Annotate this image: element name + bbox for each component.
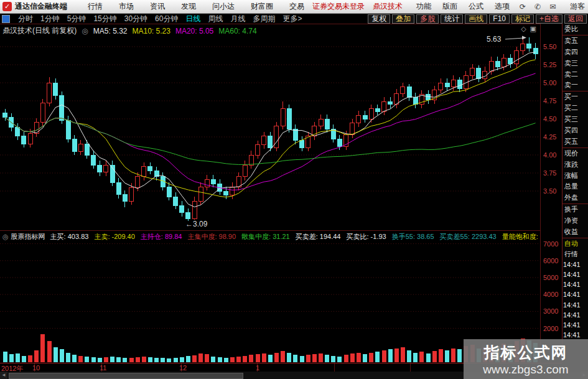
toolbar-buttons: 复权叠加多股统计画线F10标记+自选返回: [366, 14, 587, 24]
volume-gridlines: [0, 244, 540, 329]
price-chart-svg[interactable]: 5.63←3.09: [0, 24, 540, 230]
diamond-marker-icon[interactable]: ◇: [521, 25, 526, 33]
order-book-row: 卖二: [562, 69, 588, 80]
chart-title: 鼎汉技术(日线 前复权): [2, 26, 77, 36]
toolbar-button[interactable]: 返回: [564, 14, 587, 24]
order-book-row: 涨跌: [562, 159, 588, 171]
indicator-field: 散集中度: 31.21: [241, 233, 290, 240]
order-book-row: 外盘: [562, 192, 588, 204]
period-item[interactable]: 15分钟: [93, 14, 116, 24]
menu-item[interactable]: 交易: [281, 1, 312, 12]
phone-icon[interactable]: ✆: [534, 2, 541, 11]
scrollbar-thumb[interactable]: [9, 373, 243, 379]
app-title: 通达信金融终端: [15, 1, 67, 12]
period-item[interactable]: 更多>: [282, 14, 302, 24]
tick-time-row: 14:41: [562, 269, 588, 279]
date-label: 12: [179, 364, 187, 372]
order-book-row: 现价: [562, 147, 588, 159]
toolbar-button[interactable]: 统计: [441, 14, 463, 24]
price-tick-label: 4.50: [543, 115, 556, 123]
user-label[interactable]: 游客: [570, 1, 585, 12]
menu-item[interactable]: 发现: [173, 1, 204, 12]
toolbar-button[interactable]: 标记: [511, 14, 534, 24]
toolbar-button[interactable]: +自选: [536, 14, 562, 24]
watermark-url: www.zbgs3.com: [483, 363, 568, 377]
volume-pane[interactable]: [0, 243, 540, 363]
indicator-fields: 主买: 403.83主卖: -209.40主持仓: 89.84主集中度: 98.…: [50, 232, 540, 241]
right-panel-tab[interactable]: 行情: [562, 249, 588, 260]
toolbar-button[interactable]: F10: [489, 14, 510, 24]
period-item[interactable]: 日线: [185, 14, 200, 24]
tick-time-row: 14:41: [562, 260, 588, 269]
period-item[interactable]: 5分钟: [67, 14, 86, 24]
toolbar-button[interactable]: 叠加: [392, 14, 414, 24]
tick-time-row: 14:41: [562, 310, 588, 320]
price-tick-label: 5.00: [543, 79, 556, 87]
scroll-left-arrow-icon[interactable]: ◄: [0, 372, 7, 379]
price-tick-label: 4.25: [543, 133, 556, 141]
indicator-field: 主持仓: 89.84: [141, 233, 182, 240]
menu-item[interactable]: 市场: [111, 1, 142, 12]
menu-item[interactable]: 行情: [80, 1, 111, 12]
ma-line-20: [5, 73, 536, 190]
menu-item[interactable]: 问小达: [204, 1, 243, 12]
price-tick-label: 3.75: [543, 169, 556, 177]
login-status-alert[interactable]: 证券交易未登录: [312, 1, 365, 12]
indicator-field: 买卖差: 194.44: [296, 233, 341, 240]
menu-item[interactable]: 财富圈: [243, 1, 281, 12]
chart-style-icon[interactable]: ▣: [530, 25, 536, 33]
period-item[interactable]: 分时: [18, 14, 33, 24]
price-tick-label: 4.75: [543, 97, 556, 105]
app-logo-icon: ✓: [2, 2, 12, 11]
menu-item[interactable]: 选项: [489, 1, 515, 12]
date-tick: [410, 363, 411, 372]
period-item[interactable]: 月线: [230, 14, 245, 24]
order-book-row: 买五: [562, 136, 588, 147]
main-chart-pane[interactable]: 5.63←3.09 鼎汉技术(日线 前复权) ◎ MA5: 5.32MA10: …: [0, 24, 540, 230]
price-tick-label: 5.25: [543, 61, 556, 68]
order-book-rows: 委比卖五卖四卖三卖二卖一买一买二买三买四买五现价涨跌涨幅总量外盘换手净资收益: [562, 24, 588, 238]
right-panel-tab[interactable]: 自动: [562, 238, 588, 249]
ma-label: MA60: 4.74: [218, 27, 256, 35]
volume-tick-label: 3000: [543, 307, 558, 315]
price-gridlines: [0, 47, 540, 191]
menu-item[interactable]: 功能: [411, 1, 437, 12]
period-items: 分时1分钟5分钟15分钟30分钟60分钟日线周线月线多周期更多>: [14, 14, 306, 24]
price-annotations: 5.63←3.09: [185, 35, 526, 228]
toolbar-button[interactable]: 复权: [368, 14, 390, 24]
ma-line-10: [5, 60, 536, 197]
indicator-field: 买卖比: -1.93: [346, 233, 386, 240]
refresh-icon[interactable]: ⟳: [520, 2, 526, 11]
order-book-row: 买一: [562, 91, 588, 103]
volume-tick-label: 5000: [543, 274, 558, 281]
date-tick: [334, 363, 335, 372]
period-item[interactable]: 周线: [208, 14, 223, 24]
ma-label: MA20: 5.05: [175, 27, 213, 35]
indicator-bar: ◎ 股票指标网 主买: 403.83主卖: -209.40主持仓: 89.84主…: [0, 230, 540, 243]
order-book-row: 净资: [562, 215, 588, 227]
toolbar-button[interactable]: 多股: [416, 14, 439, 24]
price-tick-label: 4.00: [543, 151, 556, 159]
order-book-row: 卖三: [562, 58, 588, 69]
period-item[interactable]: 30分钟: [124, 14, 147, 24]
chart-title-row: 鼎汉技术(日线 前复权) ◎ MA5: 5.32MA10: 5.23MA20: …: [2, 26, 262, 36]
period-item[interactable]: 60分钟: [155, 14, 178, 24]
price-tick-label: 5.50: [543, 43, 556, 50]
volume-tick-label: 4000: [543, 291, 558, 298]
svg-text:←3.09: ←3.09: [185, 220, 208, 228]
volume-tick-label: 6000: [543, 257, 558, 264]
menu-item[interactable]: 版面: [437, 1, 463, 12]
mail-icon[interactable]: ✉: [549, 2, 556, 11]
indicator-source-icon[interactable]: ◎: [2, 233, 9, 241]
menu-item[interactable]: 资讯: [142, 1, 173, 12]
chart-settings-icon[interactable]: ◎: [82, 27, 88, 35]
period-item[interactable]: 1分钟: [40, 14, 60, 24]
toolbar-button[interactable]: 画线: [465, 14, 487, 24]
menu-item[interactable]: 公式: [463, 1, 489, 12]
panel-layout-icon[interactable]: [2, 15, 10, 23]
indicator-field: 买卖差55: 2293.43: [440, 233, 497, 240]
order-book-row: 总量: [562, 181, 588, 192]
tick-time-row: 14:41: [562, 300, 588, 310]
period-item[interactable]: 多周期: [253, 14, 275, 24]
volume-chart-svg[interactable]: [0, 243, 540, 363]
